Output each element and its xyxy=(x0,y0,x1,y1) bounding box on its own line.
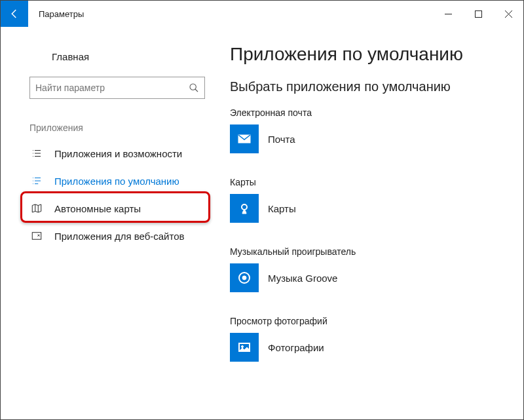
search-box[interactable] xyxy=(29,77,205,99)
default-apps-icon xyxy=(31,175,43,187)
sidebar-item-apps-websites[interactable]: Приложения для веб-сайтов xyxy=(1,222,217,250)
sidebar-item-label: Приложения и возможности xyxy=(54,148,182,159)
default-app-music[interactable]: Музыка Groove xyxy=(230,263,517,292)
maps-app-icon xyxy=(230,194,259,223)
svg-point-2 xyxy=(190,84,196,90)
page-subtitle: Выбрать приложения по умолчанию xyxy=(230,79,517,94)
search-input[interactable] xyxy=(35,83,189,93)
search-icon xyxy=(189,83,199,93)
group-label-maps: Карты xyxy=(230,177,517,187)
svg-point-7 xyxy=(242,276,246,280)
group-label-music: Музыкальный проигрыватель xyxy=(230,246,517,257)
default-app-email[interactable]: Почта xyxy=(230,124,517,153)
group-label-photos: Просмотр фотографий xyxy=(230,316,517,326)
svg-point-9 xyxy=(242,346,244,348)
sidebar: Главная Приложения Приложения и возможно… xyxy=(1,27,217,419)
sidebar-item-label: Автономные карты xyxy=(54,203,141,214)
map-icon xyxy=(31,202,43,214)
sidebar-item-offline-maps[interactable]: Автономные карты xyxy=(1,195,217,222)
sidebar-item-default-apps[interactable]: Приложения по умолчанию xyxy=(1,167,217,195)
app-name: Музыка Groove xyxy=(268,273,337,284)
default-app-maps[interactable]: Карты xyxy=(230,194,517,223)
sidebar-item-apps-features[interactable]: Приложения и возможности xyxy=(1,140,217,167)
svg-rect-0 xyxy=(475,10,481,17)
back-button[interactable] xyxy=(1,1,28,27)
app-name: Фотографии xyxy=(268,342,324,353)
sidebar-item-label: Приложения для веб-сайтов xyxy=(54,231,185,242)
list-icon xyxy=(31,147,43,159)
sidebar-category: Приложения xyxy=(29,123,205,133)
maximize-button[interactable] xyxy=(463,1,493,27)
main-panel: Приложения по умолчанию Выбрать приложен… xyxy=(217,27,523,419)
close-button[interactable] xyxy=(493,1,523,27)
app-name: Почта xyxy=(268,134,295,145)
groove-icon xyxy=(230,263,259,292)
home-label: Главная xyxy=(52,51,89,62)
group-label-email: Электронная почта xyxy=(230,107,517,118)
page-title: Приложения по умолчанию xyxy=(230,44,517,65)
sidebar-item-label: Приложения по умолчанию xyxy=(54,176,179,187)
arrow-left-icon xyxy=(9,8,20,20)
website-icon xyxy=(31,230,43,242)
mail-icon xyxy=(230,124,259,153)
app-name: Карты xyxy=(268,203,296,214)
default-app-photos[interactable]: Фотографии xyxy=(230,333,517,362)
home-link[interactable]: Главная xyxy=(1,47,217,66)
svg-point-5 xyxy=(242,204,247,210)
svg-rect-3 xyxy=(32,233,41,240)
minimize-button[interactable] xyxy=(433,1,463,27)
window-controls xyxy=(433,1,523,27)
titlebar: Параметры xyxy=(1,1,523,27)
window-title: Параметры xyxy=(39,9,84,19)
photos-icon xyxy=(230,333,259,362)
